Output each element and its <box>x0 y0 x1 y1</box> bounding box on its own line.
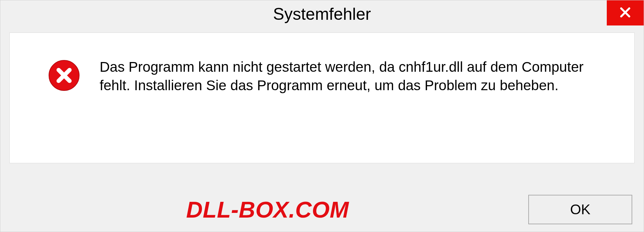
close-icon <box>619 6 631 20</box>
close-button[interactable] <box>607 0 644 25</box>
dialog-footer: DLL-BOX.COM OK <box>12 195 632 224</box>
error-dialog: Systemfehler Das Programm kann nicht ges… <box>0 0 644 232</box>
content-panel: Das Programm kann nicht gestartet werden… <box>9 33 635 163</box>
error-icon <box>48 59 80 92</box>
titlebar: Systemfehler <box>0 0 644 28</box>
ok-button[interactable]: OK <box>528 195 632 224</box>
error-message: Das Programm kann nicht gestartet werden… <box>100 58 611 95</box>
watermark-text: DLL-BOX.COM <box>186 196 349 223</box>
dialog-title: Systemfehler <box>273 4 371 24</box>
ok-button-label: OK <box>570 201 591 218</box>
